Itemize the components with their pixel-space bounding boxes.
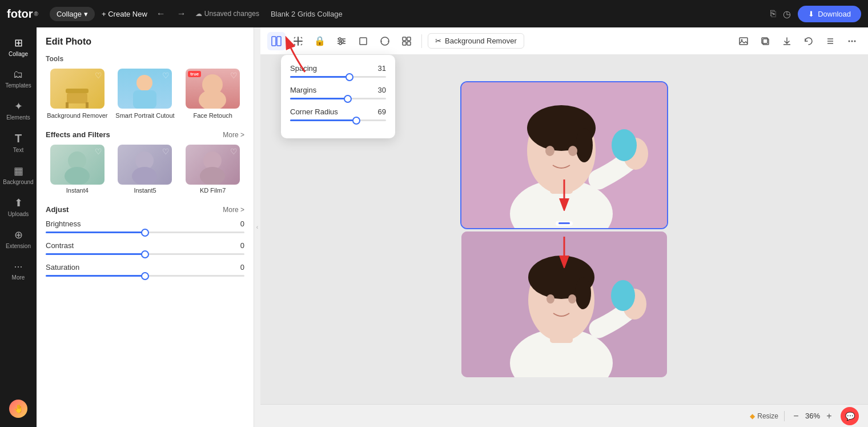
spacing-slider[interactable] [290,76,386,78]
collage-mode-button[interactable]: Collage ▾ [50,7,95,21]
tool-item-portrait[interactable]: ♡ Smart Portrait Cutout [114,69,177,119]
elements-icon: ✦ [14,100,23,113]
sidebar-item-uploads[interactable]: ⬆ Uploads [2,192,34,222]
tool-item-bg-remover[interactable]: ♡ Background Remover [46,69,109,119]
margins-thumb[interactable] [344,95,352,103]
create-new-button[interactable]: + Create New [102,10,147,18]
tool-item-face-retouch[interactable]: true ♡ Face Retouch [181,69,244,119]
sidebar-item-elements[interactable]: ✦ Elements [2,95,34,125]
svg-rect-29 [407,42,411,45]
effect-item-instant5[interactable]: ♡ Instant5 [114,145,177,194]
circle-button[interactable] [376,32,394,50]
svg-point-62 [546,294,554,304]
margins-value: 30 [378,86,386,94]
templates-icon: 🗂 [13,69,23,81]
image-icon [738,36,749,46]
collage-layout [450,71,678,389]
more-icon: ··· [14,261,22,273]
download-icon-btn[interactable] [778,32,796,50]
saturation-slider[interactable] [46,275,244,277]
heart-icon: ♡ [162,71,170,80]
contrast-slider[interactable] [46,253,244,255]
sidebar-item-templates[interactable]: 🗂 Templates [2,64,34,93]
effect-thumb-instant4: ♡ [50,145,105,185]
saturation-thumb[interactable] [141,272,149,280]
corner-thumb[interactable] [352,117,360,125]
brightness-thumb[interactable] [141,229,149,237]
svg-rect-27 [407,37,411,41]
background-remover-button[interactable]: ✂ Background Remover [428,33,524,49]
sidebar-item-collage[interactable]: ⊞ Collage [2,32,34,62]
history-icon[interactable]: ◷ [783,9,791,19]
doc-title: Blank 2 Grids Collage [271,10,343,18]
adjust-more-link[interactable]: More > [223,206,244,214]
chat-button[interactable]: 💬 [841,407,859,425]
svg-point-51 [568,146,577,156]
second-toolbar: 🔒 [260,27,868,55]
collage-cell-top[interactable] [461,82,667,228]
sidebar-item-background[interactable]: ▦ Background [2,160,34,190]
spacing-row: Spacing 31 [290,64,386,78]
adjust-saturation: Saturation 0 [46,263,244,277]
sidebar-item-extension[interactable]: ⊕ Extension [2,224,34,254]
grid-button[interactable] [397,32,416,50]
collapse-icon: ‹ [256,224,258,230]
chat-icon: 💬 [845,412,855,421]
layout-icon [271,36,282,46]
main-layout: ⊞ Collage 🗂 Templates ✦ Elements T Text … [0,27,868,427]
brightness-fill [46,232,145,233]
contrast-thumb[interactable] [141,250,149,258]
lock-icon: 🔒 [314,35,326,46]
share-icon[interactable]: ⎘ [770,9,776,19]
sidebar-item-more[interactable]: ··· More [2,256,34,285]
duplicate-icon-btn[interactable] [756,32,774,50]
spacing-thumb[interactable] [345,73,353,81]
undo-button[interactable]: ← [154,6,168,21]
crop-button[interactable] [354,32,372,50]
svg-point-40 [854,40,856,42]
list-icon-btn[interactable] [821,32,839,50]
collapse-handle[interactable]: ‹ [254,27,260,427]
svg-point-23 [381,37,389,45]
svg-point-61 [611,280,635,311]
user-avatar[interactable]: 🤚 [9,400,27,418]
panel-title: Edit Photo [46,37,244,47]
bottom-bar: ◆ Resize − 36% + 💬 [260,404,868,427]
resize-button[interactable] [289,32,307,50]
corner-slider[interactable] [290,119,386,121]
effects-grid: ♡ Instant4 ♡ Instant5 [46,145,244,194]
resize-label: Resize [757,412,778,420]
more-icon-btn[interactable] [843,32,861,50]
collage-cell-bottom[interactable] [461,232,667,377]
brightness-slider[interactable] [46,232,244,233]
margins-slider[interactable] [290,98,386,99]
svg-rect-22 [360,38,367,45]
sidebar-item-text[interactable]: T Text [2,127,34,158]
effect-item-instant4[interactable]: ♡ Instant4 [46,145,109,194]
lock-button[interactable]: 🔒 [311,32,329,50]
sliders-button[interactable] [332,32,351,50]
image-icon-btn[interactable] [734,32,753,50]
resize-handle-top[interactable] [556,221,573,226]
layout-adjust-button[interactable] [267,32,286,50]
tool-name: Smart Portrait Cutout [115,112,174,119]
tools-grid: ♡ Background Remover ♡ Smart Portrait Cu… [46,69,244,119]
topbar-right: ⎘ ◷ ⬇ Download [770,6,861,22]
zoom-in-button[interactable]: + [823,410,835,422]
effect-thumb-kdfilm7: ♡ [186,145,240,185]
effects-title: Effects and Filters [46,130,110,139]
svg-rect-30 [740,38,748,45]
svg-point-7 [199,90,226,109]
tool-name: Face Retouch [193,112,232,119]
zoom-out-button[interactable]: − [790,410,802,422]
resize-button-bottom[interactable]: ◆ Resize [750,412,778,420]
effect-item-kdfilm7[interactable]: ♡ KD Film7 [181,145,244,194]
svg-point-50 [545,146,554,156]
sidebar-item-label: Extension [6,243,31,249]
redo-button[interactable]: → [175,6,188,21]
effects-more-link[interactable]: More > [223,131,244,139]
refresh-icon-btn[interactable] [799,32,818,50]
corner-label: Corner Radius [290,107,338,116]
download-button[interactable]: ⬇ Download [798,6,861,22]
more-horiz-icon [847,36,857,46]
